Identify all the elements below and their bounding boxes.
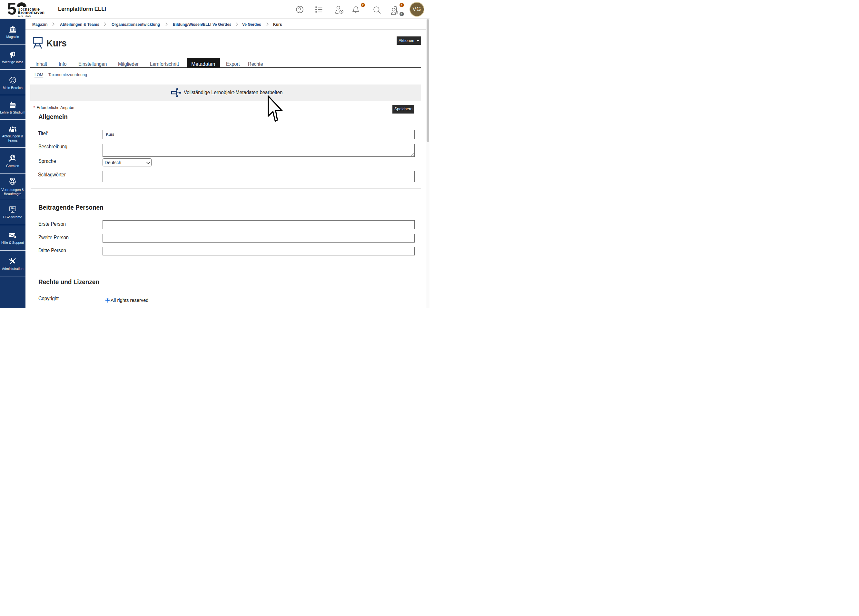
- svg-text:***: ***: [11, 207, 14, 211]
- svg-text:?: ?: [14, 236, 16, 238]
- svg-text:1975 – 2025: 1975 – 2025: [18, 14, 31, 17]
- svg-text:5: 5: [7, 0, 16, 18]
